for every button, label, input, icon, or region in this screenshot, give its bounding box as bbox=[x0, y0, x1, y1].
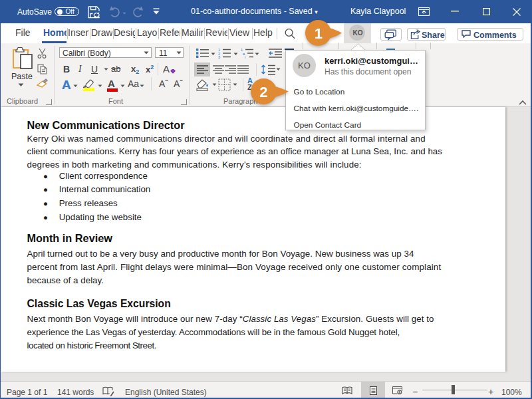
svg-text:2: 2 bbox=[259, 84, 267, 100]
svg-text:i: i bbox=[245, 55, 245, 59]
svg-text:1: 1 bbox=[315, 25, 323, 42]
svg-text:3: 3 bbox=[218, 55, 220, 59]
